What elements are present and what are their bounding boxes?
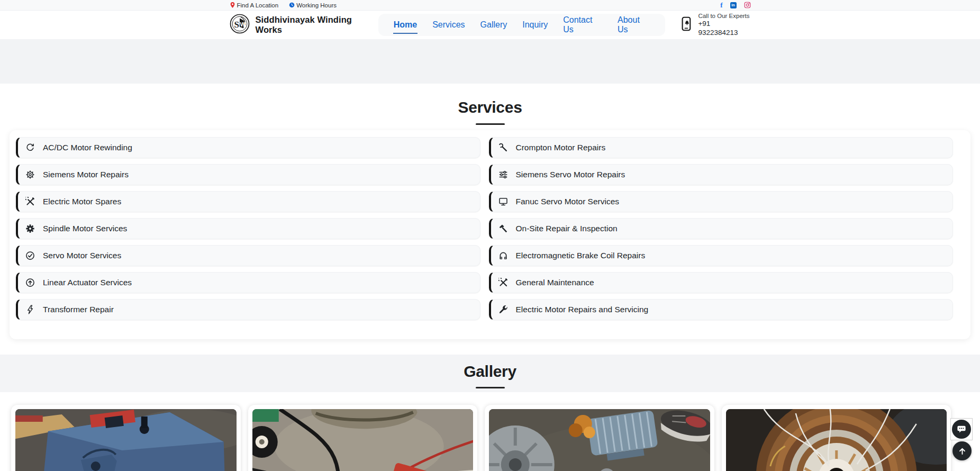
nav-link-about-us[interactable]: About Us bbox=[617, 11, 650, 39]
gallery-title: Gallery bbox=[0, 363, 980, 381]
gallery-section bbox=[0, 392, 980, 471]
location-pin-icon bbox=[230, 2, 235, 8]
service-label: AC/DC Motor Rewinding bbox=[43, 143, 132, 152]
call-block: Call to Our Experts +91 9322384213 bbox=[681, 12, 750, 38]
service-item[interactable]: Siemens Servo Motor Repairs bbox=[489, 164, 954, 185]
service-item[interactable]: Fanuc Servo Motor Services bbox=[489, 191, 954, 212]
service-label: On-Site Repair & Inspection bbox=[516, 224, 618, 233]
service-item[interactable]: Crompton Motor Repairs bbox=[489, 137, 954, 158]
service-label: Electric Motor Repairs and Servicing bbox=[516, 305, 649, 314]
rotate-cw-icon bbox=[25, 143, 35, 152]
service-item[interactable]: On-Site Repair & Inspection bbox=[489, 218, 954, 239]
nav-link-gallery[interactable]: Gallery bbox=[480, 16, 508, 34]
main-nav: HomeServicesGalleryInquiryContact UsAbou… bbox=[378, 14, 666, 36]
service-label: Electromagnetic Brake Coil Repairs bbox=[516, 251, 646, 260]
gallery-image-workshop-cables-and-red-box bbox=[252, 409, 474, 471]
gear-icon bbox=[25, 170, 35, 179]
services-container: AC/DC Motor RewindingSiemens Motor Repai… bbox=[10, 130, 970, 339]
nav-link-inquiry[interactable]: Inquiry bbox=[522, 16, 548, 34]
gallery-card-disassembled-motor-parts-on-floor[interactable] bbox=[485, 405, 714, 471]
find-location-link[interactable]: Find A Location bbox=[230, 2, 279, 8]
service-label: Crompton Motor Repairs bbox=[516, 143, 606, 152]
service-label: Siemens Motor Repairs bbox=[43, 170, 129, 179]
nav-link-contact-us[interactable]: Contact Us bbox=[562, 11, 603, 39]
phone-icon bbox=[681, 16, 693, 33]
sliders-icon bbox=[498, 170, 508, 179]
tools-icon bbox=[25, 197, 35, 206]
service-label: Spindle Motor Services bbox=[43, 224, 127, 233]
lightning-icon bbox=[25, 305, 35, 314]
gallery-card-blue-motor-on-wooden-pallet[interactable] bbox=[11, 405, 241, 471]
nav-link-home[interactable]: Home bbox=[393, 16, 418, 34]
service-item[interactable]: Servo Motor Services bbox=[16, 245, 480, 266]
gallery-image-disassembled-motor-parts-on-floor bbox=[489, 409, 710, 471]
brand[interactable]: S W Siddhivinayak Winding Works bbox=[230, 14, 378, 36]
service-label: Siemens Servo Motor Repairs bbox=[516, 170, 625, 179]
service-item[interactable]: Siemens Motor Repairs bbox=[16, 164, 480, 185]
cog-icon bbox=[25, 224, 35, 233]
svg-text:S: S bbox=[234, 20, 239, 30]
call-label: Call to Our Experts bbox=[698, 12, 750, 20]
magnet-icon bbox=[498, 251, 508, 260]
service-label: Electric Motor Spares bbox=[43, 197, 121, 206]
service-item[interactable]: Electromagnetic Brake Coil Repairs bbox=[489, 245, 954, 266]
hammer-icon bbox=[498, 224, 508, 233]
page: Find A Location Working Hours f in bbox=[0, 0, 980, 471]
working-hours-label: Working Hours bbox=[296, 2, 337, 8]
service-item[interactable]: AC/DC Motor Rewinding bbox=[16, 137, 480, 158]
wrench-icon bbox=[498, 143, 508, 152]
chat-widget-frame bbox=[950, 418, 973, 440]
services-section: Services AC/DC Motor RewindingSiemens Mo… bbox=[0, 84, 980, 355]
gallery-card-workshop-cables-and-red-box[interactable] bbox=[248, 405, 478, 471]
service-label: Servo Motor Services bbox=[43, 251, 121, 260]
service-item[interactable]: General Maintenance bbox=[489, 272, 954, 293]
gallery-title-strip: Gallery bbox=[0, 355, 980, 392]
service-label: General Maintenance bbox=[516, 278, 594, 287]
brand-logo-icon: S W bbox=[230, 14, 250, 36]
nav-link-services[interactable]: Services bbox=[432, 16, 465, 34]
tools-icon bbox=[498, 278, 508, 287]
scroll-top-button[interactable] bbox=[952, 441, 972, 460]
gallery-title-underline bbox=[476, 387, 505, 388]
gallery-row bbox=[11, 405, 951, 471]
clock-icon bbox=[289, 2, 295, 8]
topbar: Find A Location Working Hours f in bbox=[0, 0, 980, 11]
display-icon bbox=[498, 197, 508, 206]
instagram-icon[interactable] bbox=[744, 2, 751, 8]
services-column-right: Crompton Motor RepairsSiemens Servo Moto… bbox=[489, 137, 954, 320]
services-column-left: AC/DC Motor RewindingSiemens Motor Repai… bbox=[16, 137, 480, 320]
wrench-solid-icon bbox=[498, 305, 508, 314]
chat-button[interactable] bbox=[952, 420, 971, 439]
working-hours-link[interactable]: Working Hours bbox=[289, 2, 337, 8]
linkedin-icon[interactable]: in bbox=[730, 2, 737, 8]
services-title-underline bbox=[476, 123, 505, 125]
service-label: Fanuc Servo Motor Services bbox=[516, 197, 620, 206]
check-circle-icon bbox=[25, 251, 35, 260]
brand-name: Siddhivinayak Winding Works bbox=[256, 15, 378, 35]
arrow-up-circle-icon bbox=[25, 278, 35, 287]
call-phone-number[interactable]: +91 9322384213 bbox=[698, 20, 750, 38]
facebook-icon[interactable]: f bbox=[720, 1, 722, 10]
service-item[interactable]: Electric Motor Repairs and Servicing bbox=[489, 299, 954, 320]
svg-text:W: W bbox=[240, 21, 246, 28]
gallery-card-stator-coil-winding-closeup[interactable] bbox=[722, 405, 951, 471]
gallery-image-blue-motor-on-wooden-pallet bbox=[15, 409, 237, 471]
hero-bottom-strip bbox=[0, 39, 980, 84]
gallery-image-stator-coil-winding-closeup bbox=[726, 409, 947, 471]
find-location-label: Find A Location bbox=[237, 2, 279, 8]
main-header: S W Siddhivinayak Winding Works HomeServ… bbox=[0, 11, 980, 39]
services-title: Services bbox=[0, 98, 980, 116]
service-label: Linear Actuator Services bbox=[43, 278, 132, 287]
service-item[interactable]: Spindle Motor Services bbox=[16, 218, 480, 239]
service-label: Transformer Repair bbox=[43, 305, 114, 314]
service-item[interactable]: Linear Actuator Services bbox=[16, 272, 480, 293]
service-item[interactable]: Electric Motor Spares bbox=[16, 191, 480, 212]
service-item[interactable]: Transformer Repair bbox=[16, 299, 480, 320]
